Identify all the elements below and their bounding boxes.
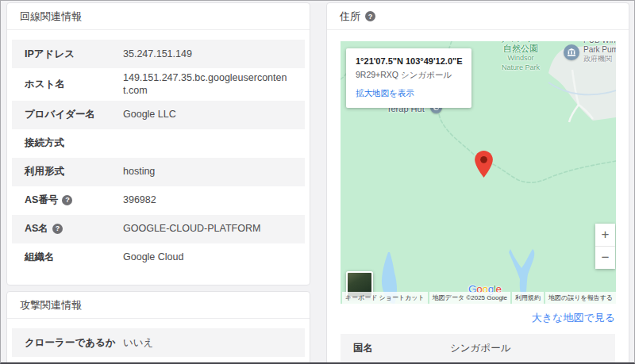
table-row-ip: IPアドレス 35.247.151.149 xyxy=(12,40,305,68)
row-value: hosting xyxy=(123,165,155,178)
keyboard-shortcuts-link[interactable]: キーボード ショートカット xyxy=(342,292,428,304)
attack-info-rows: クローラーであるか いいえ xyxy=(7,319,310,357)
table-row-country: 国名 シンガポール xyxy=(341,334,615,363)
table-row-as-name: AS名 ? GOOGLE-CLOUD-PLATFORM xyxy=(12,215,305,243)
pub-station-label: PUB Windsor Park Pump Su 政府機関 xyxy=(583,41,616,63)
location-marker-pin[interactable] xyxy=(475,151,493,178)
coordinates-text: 1°21'07.5"N 103°49'12.0"E xyxy=(356,56,462,66)
row-label: AS番号 ? xyxy=(25,193,123,206)
government-building-icon[interactable] xyxy=(564,44,579,60)
row-value: Google Cloud xyxy=(123,251,183,263)
row-label: プロバイダー名 xyxy=(25,108,123,121)
row-value: 149.151.247.35.bc.googleusercontent.com xyxy=(123,71,292,98)
row-value: GOOGLE-CLOUD-PLATFORM xyxy=(123,222,260,235)
line-info-header: 回線関連情報 xyxy=(7,3,310,30)
row-value: シンガポール xyxy=(450,342,510,355)
map-attribution-bar: キーボード ショートカット 地図データ ©2025 Google 利用規約 地図… xyxy=(341,292,616,304)
row-value: 396982 xyxy=(123,193,156,206)
row-value: Google LLC xyxy=(123,108,176,121)
table-row-provider: プロバイダー名 Google LLC xyxy=(12,101,305,129)
row-label: 組織名 xyxy=(25,251,123,263)
map-zoom-control: + − xyxy=(595,224,615,269)
row-label: 国名 xyxy=(353,342,450,355)
table-row-connection: 接続方式 xyxy=(12,129,305,158)
row-value: いいえ xyxy=(123,336,153,349)
page: 回線関連情報 IPアドレス 35.247.151.149 ホスト名 149.15… xyxy=(0,0,635,364)
row-label: AS名 ? xyxy=(25,222,123,235)
line-info-card: 回線関連情報 IPアドレス 35.247.151.149 ホスト名 149.15… xyxy=(6,2,310,285)
attack-info-header: 攻撃関連情報 xyxy=(7,292,310,319)
attack-info-card: 攻撃関連情報 クローラーであるか いいえ xyxy=(6,291,310,364)
map-data-text: 地図データ ©2025 Google xyxy=(429,292,510,304)
line-info-title: 回線関連情報 xyxy=(20,10,82,24)
report-error-link[interactable]: 地図の誤りを報告する xyxy=(545,292,616,304)
row-label: クローラーであるか xyxy=(25,336,123,349)
help-icon[interactable]: ? xyxy=(365,11,375,21)
google-map[interactable]: 1°21'07.5"N 103°49'12.0"E 9R29+RXQ シンガポー… xyxy=(341,41,616,304)
table-row-crawler: クローラーであるか いいえ xyxy=(12,328,305,357)
row-label: ホスト名 xyxy=(25,78,123,90)
address-title: 住所 xyxy=(340,10,360,24)
help-icon[interactable]: ? xyxy=(52,224,63,234)
table-row-as-number: AS番号 ? 396982 xyxy=(12,186,305,215)
attack-info-title: 攻撃関連情報 xyxy=(20,298,82,312)
table-row-usage: 利用形式 hosting xyxy=(12,158,305,186)
zoom-in-button[interactable]: + xyxy=(595,224,615,246)
address-header: 住所 ? xyxy=(327,3,629,30)
line-info-rows: IPアドレス 35.247.151.149 ホスト名 149.151.247.3… xyxy=(7,30,310,272)
help-icon[interactable]: ? xyxy=(62,195,72,205)
address-card: 住所 ? xyxy=(326,2,629,364)
row-label: IPアドレス xyxy=(25,48,123,60)
park-label: ウィンザー 自然公園 Windsor Nature Park xyxy=(496,41,545,72)
row-label: 利用形式 xyxy=(25,165,123,178)
table-row-hostname: ホスト名 149.151.247.35.bc.googleusercontent… xyxy=(12,68,305,101)
zoom-out-button[interactable]: − xyxy=(595,246,615,269)
row-label: 接続方式 xyxy=(25,136,123,149)
table-row-organization: 組織名 Google Cloud xyxy=(12,243,305,272)
map-info-card: 1°21'07.5"N 103°49'12.0"E 9R29+RXQ シンガポー… xyxy=(346,48,471,108)
enlarge-map-link[interactable]: 拡大地図を表示 xyxy=(356,88,462,99)
plus-code-text: 9R29+RXQ シンガポール xyxy=(356,70,462,81)
row-value: 35.247.151.149 xyxy=(123,48,192,60)
view-larger-map-link[interactable]: 大きな地図で見る xyxy=(341,311,615,325)
terms-link[interactable]: 利用規約 xyxy=(512,292,544,304)
